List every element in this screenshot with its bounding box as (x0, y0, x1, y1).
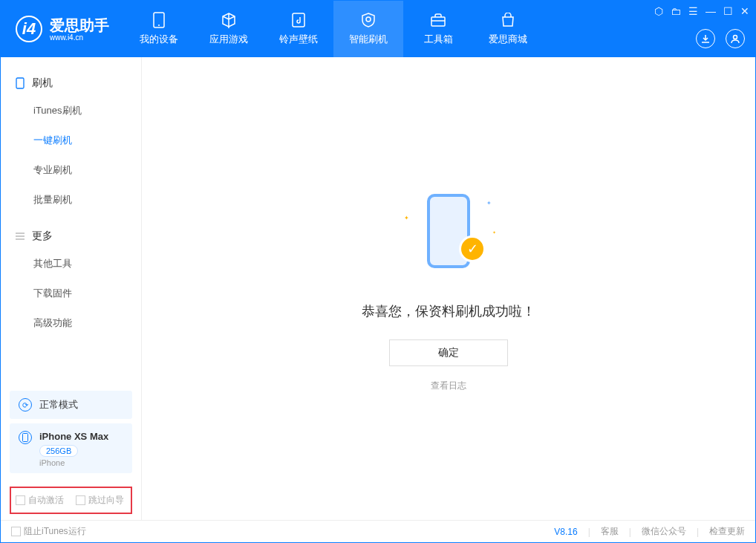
sidebar-item-other-tools[interactable]: 其他工具 (1, 249, 141, 279)
shirt-icon[interactable]: ⬡ (654, 5, 663, 17)
footer: 阻止iTunes运行 V8.16 | 客服 | 微信公众号 | 检查更新 (1, 520, 755, 542)
close-button[interactable]: ✕ (740, 5, 749, 17)
sidebar: 刷机 iTunes刷机 一键刷机 专业刷机 批量刷机 更多 其他工具 下载固件 … (1, 57, 142, 520)
svg-rect-4 (431, 17, 445, 26)
view-log-link[interactable]: 查看日志 (431, 380, 466, 392)
nav-tab-device[interactable]: 我的设备 (124, 1, 194, 57)
success-illustration: ✦ ✦ ✦ ✓ (397, 185, 501, 289)
check-update-link[interactable]: 检查更新 (709, 525, 745, 538)
svg-point-5 (734, 36, 737, 39)
device-mode-box[interactable]: ⟳ 正常模式 (10, 391, 132, 419)
phone-small-icon (19, 431, 32, 444)
header-action-icons (696, 29, 745, 48)
sidebar-item-batch-flash[interactable]: 批量刷机 (1, 185, 141, 215)
sidebar-section-flash: 刷机 (1, 71, 141, 96)
block-itunes-checkbox[interactable]: 阻止iTunes运行 (11, 525, 86, 538)
skip-guide-checkbox[interactable]: 跳过向导 (76, 494, 124, 507)
version-label: V8.16 (554, 527, 577, 537)
sidebar-section-more: 更多 (1, 224, 141, 249)
svg-rect-7 (23, 434, 28, 442)
menu-icon[interactable]: ☰ (688, 5, 698, 17)
main-content: ✦ ✦ ✦ ✓ 恭喜您，保资料刷机成功啦！ 确定 查看日志 (142, 57, 755, 520)
toolbox-icon (430, 12, 446, 28)
wechat-link[interactable]: 微信公众号 (642, 525, 686, 538)
support-link[interactable]: 客服 (601, 525, 619, 538)
lock-icon[interactable]: 🗀 (671, 5, 681, 17)
sidebar-item-pro-flash[interactable]: 专业刷机 (1, 155, 141, 185)
mode-icon: ⟳ (19, 398, 32, 412)
device-name: iPhone XS Max (39, 431, 108, 442)
svg-point-1 (158, 25, 160, 26)
sidebar-item-itunes-flash[interactable]: iTunes刷机 (1, 96, 141, 126)
logo-icon: i4 (16, 16, 42, 42)
app-name: 爱思助手 (50, 17, 109, 33)
nav-tab-ringtone[interactable]: 铃声壁纸 (264, 1, 333, 57)
user-icon[interactable] (726, 29, 745, 48)
success-message: 恭喜您，保资料刷机成功啦！ (362, 302, 535, 320)
list-icon (14, 230, 26, 242)
svg-point-3 (366, 17, 371, 22)
nav-tab-flash[interactable]: 智能刷机 (333, 1, 403, 57)
device-capacity: 256GB (39, 445, 78, 457)
sidebar-item-oneclick-flash[interactable]: 一键刷机 (1, 126, 141, 155)
highlighted-options: 自动激活 跳过向导 (10, 487, 132, 514)
svg-rect-6 (16, 78, 24, 88)
nav-tab-apps[interactable]: 应用游戏 (194, 1, 264, 57)
download-icon[interactable] (696, 29, 715, 48)
minimize-button[interactable]: — (706, 5, 716, 17)
store-icon (500, 12, 516, 28)
nav-tab-store[interactable]: 爱思商城 (473, 1, 543, 57)
music-icon (290, 12, 307, 28)
shield-icon (360, 12, 377, 28)
sidebar-item-download-firmware[interactable]: 下载固件 (1, 279, 141, 308)
device-icon (151, 12, 167, 28)
sidebar-item-advanced[interactable]: 高级功能 (1, 308, 141, 338)
phone-icon (14, 77, 26, 89)
body-area: 刷机 iTunes刷机 一键刷机 专业刷机 批量刷机 更多 其他工具 下载固件 … (1, 57, 755, 520)
nav-tab-toolbox[interactable]: 工具箱 (403, 1, 473, 57)
device-type: iPhone (39, 458, 108, 467)
maximize-button[interactable]: ☐ (723, 5, 733, 17)
device-info-box[interactable]: iPhone XS Max 256GB iPhone (10, 423, 132, 473)
app-url: www.i4.cn (50, 33, 109, 42)
cube-icon (221, 12, 237, 28)
logo-section: i4 爱思助手 www.i4.cn (1, 1, 124, 57)
app-header: i4 爱思助手 www.i4.cn 我的设备 应用游戏 铃声壁纸 智能刷机 工具… (1, 1, 755, 57)
ok-button[interactable]: 确定 (389, 339, 508, 366)
nav-tabs: 我的设备 应用游戏 铃声壁纸 智能刷机 工具箱 爱思商城 (124, 1, 543, 57)
window-controls: ⬡ 🗀 ☰ — ☐ ✕ (654, 5, 749, 17)
auto-activate-checkbox[interactable]: 自动激活 (16, 494, 64, 507)
check-badge-icon: ✓ (459, 235, 486, 262)
